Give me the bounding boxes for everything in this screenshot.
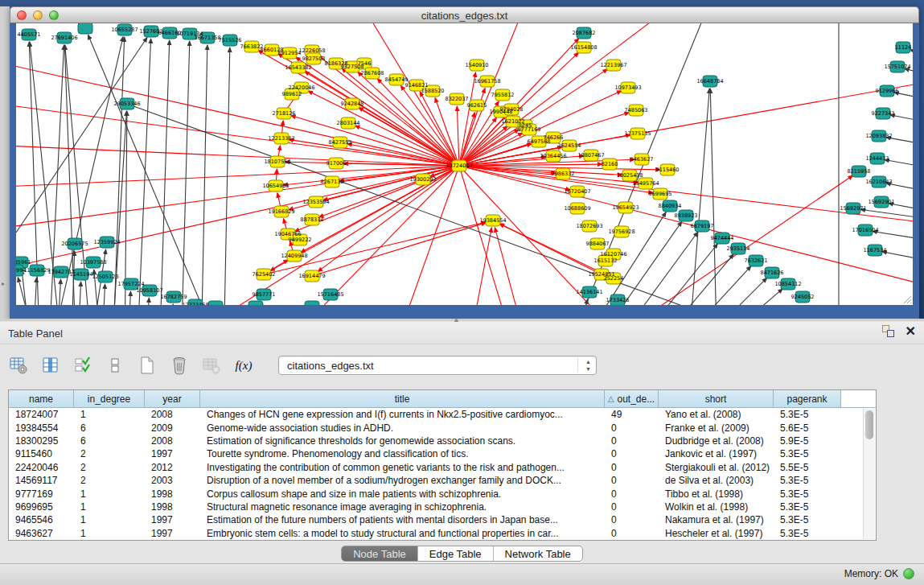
column-header-title[interactable]: title: [200, 390, 605, 408]
table-row[interactable]: 2242004622012Investigating the contribut…: [9, 461, 876, 474]
svg-text:989612: 989612: [282, 91, 302, 97]
svg-text:16120746: 16120746: [600, 251, 626, 257]
delete-table-icon[interactable]: [199, 353, 224, 377]
column-header-short[interactable]: short: [659, 390, 774, 408]
svg-text:16782759: 16782759: [160, 294, 187, 300]
select-column-icon[interactable]: [39, 353, 63, 377]
svg-text:18724007: 18724007: [446, 163, 472, 169]
cell-year: 2012: [145, 462, 200, 473]
tab-edge-table[interactable]: Edge Table: [418, 546, 494, 561]
cell-pagerank: 5.3E-5: [774, 501, 841, 513]
table-row[interactable]: 969969511998Structural magnetic resonanc…: [9, 501, 876, 513]
float-panel-icon[interactable]: [882, 325, 894, 337]
svg-text:2087682: 2087682: [573, 30, 596, 36]
cell-name: 9463627: [9, 528, 74, 539]
svg-text:2935114: 2935114: [727, 245, 750, 252]
column-header-out_de[interactable]: △out_de...: [605, 390, 659, 408]
svg-text:15692901: 15692901: [868, 199, 894, 205]
tab-node-table[interactable]: Node Table: [342, 546, 418, 561]
table-row[interactable]: 1456911722003Disruption of a novel membe…: [9, 474, 876, 487]
cell-short: Tibbo et al. (1998): [659, 488, 774, 500]
table-row[interactable]: 946554611997Estimation of the future num…: [9, 513, 876, 526]
close-panel-icon[interactable]: ✕: [906, 325, 916, 337]
table-row[interactable]: 1830029562008Estimation of significance …: [9, 435, 876, 447]
cell-in_degree: 6: [74, 422, 145, 434]
table-select-dropdown[interactable]: citations_edges.txt ▲▼: [278, 356, 597, 375]
memory-ok-icon: [903, 568, 914, 579]
table-row[interactable]: 1872400712008Changes of HCN gene express…: [9, 408, 876, 421]
column-header-in_degree[interactable]: in_degree: [74, 390, 145, 408]
scrollbar-thumb[interactable]: [865, 410, 873, 439]
cell-out_de: 0: [605, 501, 659, 513]
svg-text:10654985: 10654985: [262, 183, 289, 189]
cell-in_degree: 2: [74, 475, 145, 486]
cell-pagerank: 5.3E-5: [774, 488, 841, 500]
svg-text:29053346: 29053346: [113, 101, 140, 107]
network-view-window[interactable]: citations_edges.txt 44055712769140610655…: [10, 6, 919, 319]
column-header-pagerank[interactable]: pagerank: [774, 390, 841, 408]
panel-splitter[interactable]: [0, 319, 924, 321]
cell-title: Corpus callosum shape and size in male p…: [200, 488, 605, 500]
svg-text:2803144: 2803144: [337, 120, 360, 126]
svg-text:12213967: 12213967: [600, 62, 626, 68]
delete-rows-icon[interactable]: [167, 353, 191, 377]
column-header-year[interactable]: year: [145, 390, 200, 408]
svg-text:16210643: 16210643: [865, 179, 892, 185]
svg-text:10397588: 10397588: [80, 259, 106, 266]
table-settings-icon[interactable]: [6, 353, 31, 377]
svg-text:10958107: 10958107: [136, 287, 162, 294]
table-panel-titlebar: Table Panel ✕: [0, 322, 924, 344]
network-window-title: citations_edges.txt: [10, 10, 918, 22]
citation-network-graph[interactable]: 4405571276914061065528715276026466160107…: [16, 23, 913, 305]
memory-indicator[interactable]: Memory: OK: [844, 568, 914, 579]
collapsed-side-panel[interactable]: ▸: [0, 6, 10, 320]
cell-in_degree: 2: [74, 462, 145, 473]
svg-text:19756928: 19756928: [608, 229, 634, 235]
cell-pagerank: 5.3E-5: [774, 475, 841, 486]
svg-text:7546: 7546: [358, 60, 372, 67]
table-panel-title: Table Panel: [8, 328, 63, 340]
cell-name: 19384554: [9, 422, 74, 434]
table-row[interactable]: 1938455462009Genome-wide association stu…: [9, 421, 876, 434]
panel-expand-arrow-icon[interactable]: ▸: [2, 280, 5, 287]
resize-grip-icon[interactable]: [901, 293, 912, 304]
row-height-icon[interactable]: [103, 353, 127, 377]
cell-short: Wolkin et al. (1998): [659, 501, 774, 513]
cell-out_de: 0: [605, 462, 659, 473]
network-window-titlebar[interactable]: citations_edges.txt: [10, 6, 919, 23]
cell-out_de: 0: [605, 528, 659, 539]
svg-text:16671358: 16671358: [194, 35, 220, 41]
svg-text:1167534: 1167534: [864, 247, 887, 253]
svg-text:2867608: 2867608: [361, 70, 384, 76]
cell-pagerank: 5.5E-5: [774, 462, 841, 473]
table-row[interactable]: 911546021997Tourette syndrome. Phenomeno…: [9, 447, 876, 460]
vertical-scrollbar[interactable]: [863, 409, 875, 539]
cell-pagerank: 5.3E-5: [774, 528, 841, 539]
new-table-icon[interactable]: [135, 353, 159, 377]
row-check-icon[interactable]: [71, 353, 95, 377]
cell-title: Genome-wide association studies in ADHD.: [200, 422, 605, 434]
svg-text:20206575: 20206575: [61, 241, 88, 247]
table-header-row: namein_degreeyeartitle△out_de...shortpag…: [9, 390, 876, 408]
svg-text:11124: 11124: [895, 44, 912, 51]
cell-out_de: 0: [605, 475, 659, 486]
network-canvas[interactable]: 4405571276914061065528715276026466160107…: [16, 23, 913, 305]
svg-text:9463627: 9463627: [630, 156, 654, 163]
svg-text:19384554: 19384554: [479, 217, 506, 224]
svg-text:12505123: 12505123: [92, 274, 118, 280]
table-row[interactable]: 946362711997Embryonic stem cells: a mode…: [9, 527, 876, 540]
function-builder-label: f(x): [236, 359, 253, 373]
svg-text:8215958: 8215958: [848, 168, 871, 175]
table-row[interactable]: 977716911998Corpus callosum shape and si…: [9, 487, 876, 500]
cell-pagerank: 5.6E-5: [774, 422, 841, 434]
svg-text:12226058: 12226058: [298, 47, 325, 54]
function-builder-icon[interactable]: f(x): [232, 353, 256, 377]
cell-name: 18724007: [9, 409, 74, 420]
svg-text:15495764: 15495764: [632, 180, 659, 187]
tab-network-table[interactable]: Network Table: [494, 546, 582, 561]
cell-title: Changes of HCN gene expression and I(f) …: [200, 409, 605, 420]
svg-text:12323468: 12323468: [182, 302, 208, 305]
table-tabs-bar: Node TableEdge TableNetwork Table: [0, 546, 924, 563]
column-header-name[interactable]: name: [9, 390, 74, 408]
table-panel: ▲ Table Panel ✕ f(x) citations_edges.txt…: [0, 320, 924, 563]
